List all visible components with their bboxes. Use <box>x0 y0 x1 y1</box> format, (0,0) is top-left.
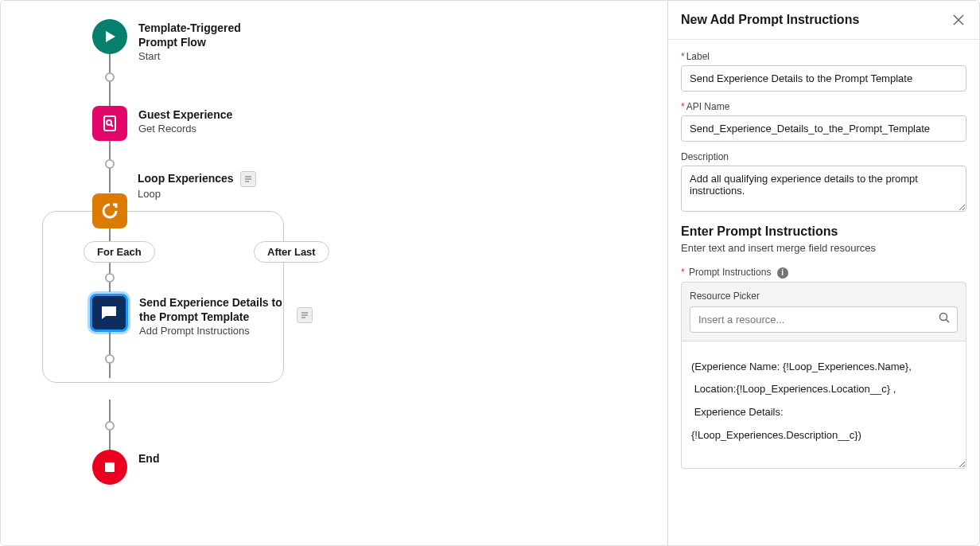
label-field-label: Label <box>681 51 966 62</box>
section-desc: Enter text and insert merge field resour… <box>681 242 966 254</box>
description-label: Description <box>681 151 966 162</box>
resource-picker-input[interactable] <box>690 306 958 333</box>
label-input[interactable] <box>681 65 966 92</box>
end-node[interactable]: End <box>92 450 159 485</box>
svg-point-12 <box>940 314 947 321</box>
description-textarea[interactable] <box>681 166 966 212</box>
prompt-title: Send Experience Details to the Prompt Te… <box>139 295 282 324</box>
records-subtitle: Get Records <box>138 123 232 135</box>
svg-line-2 <box>111 124 113 127</box>
stop-icon <box>92 450 127 485</box>
for-each-pill: For Each <box>84 241 155 263</box>
records-title: Guest Experience <box>138 107 232 122</box>
api-name-label: API Name <box>681 101 966 112</box>
svg-line-13 <box>947 320 950 323</box>
search-icon <box>939 312 950 326</box>
get-records-node[interactable]: Guest Experience Get Records <box>92 106 232 141</box>
api-name-input[interactable] <box>681 115 966 142</box>
chat-icon <box>90 294 128 332</box>
svg-rect-9 <box>105 462 115 472</box>
prompt-instructions-label: Prompt Instructions i <box>681 267 966 279</box>
close-button[interactable] <box>951 12 966 28</box>
prompt-subtitle: Add Prompt Instructions <box>139 325 282 337</box>
loop-subtitle: Loop <box>138 188 256 200</box>
info-icon[interactable]: i <box>777 267 788 279</box>
loop-icon <box>100 201 119 220</box>
panel-title: New Add Prompt Instructions <box>681 13 859 27</box>
memo-icon[interactable] <box>240 171 256 187</box>
after-last-pill: After Last <box>254 241 329 263</box>
section-title: Enter Prompt Instructions <box>681 224 966 239</box>
end-title: End <box>138 451 159 466</box>
start-subtitle: Start <box>138 50 282 62</box>
loop-title: Loop Experiences <box>138 172 234 185</box>
close-icon <box>953 14 964 25</box>
prompt-instructions-textarea[interactable] <box>681 341 966 469</box>
loop-node[interactable] <box>92 193 127 228</box>
clipboard-search-icon <box>92 106 127 141</box>
properties-panel: New Add Prompt Instructions Label API Na… <box>667 1 979 545</box>
memo-icon[interactable] <box>297 307 313 323</box>
play-icon <box>92 19 127 54</box>
svg-rect-0 <box>104 116 115 131</box>
add-prompt-node[interactable]: Send Experience Details to the Prompt Te… <box>90 294 313 337</box>
start-node[interactable]: Template-Triggered Prompt Flow Start <box>92 19 282 62</box>
flow-canvas[interactable]: Template-Triggered Prompt Flow Start Gue… <box>1 1 667 545</box>
resource-picker-label: Resource Picker <box>690 291 958 302</box>
start-title: Template-Triggered Prompt Flow <box>138 21 282 49</box>
